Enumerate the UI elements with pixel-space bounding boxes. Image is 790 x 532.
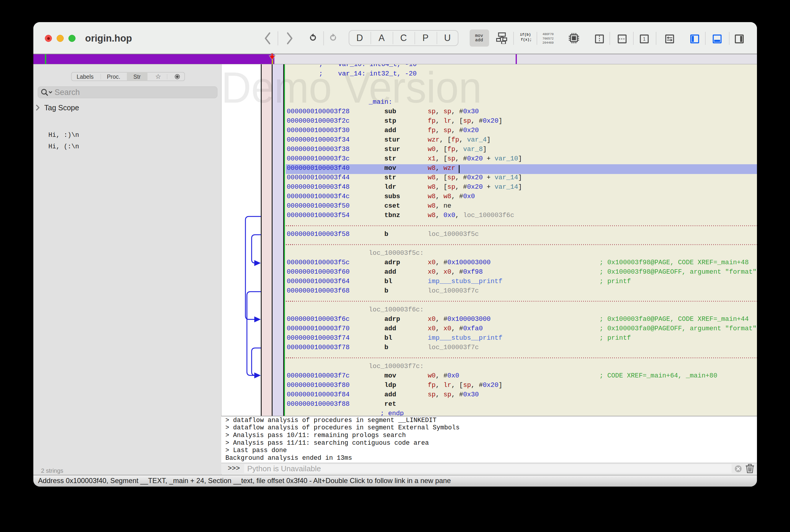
svg-text:1: 1	[643, 37, 646, 42]
